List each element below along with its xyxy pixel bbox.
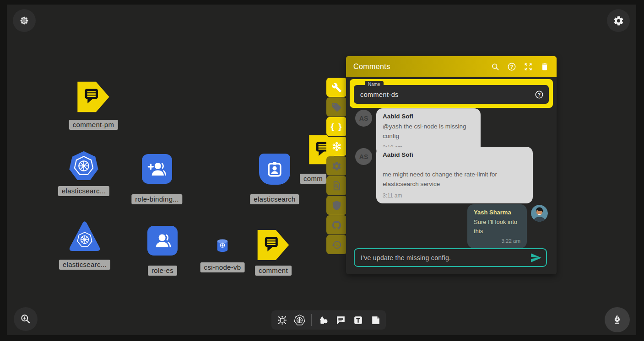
toolbar-item-github[interactable]	[326, 215, 347, 234]
message-text: Sure I'll look into this	[474, 218, 520, 236]
toolbar-item-tag[interactable]	[326, 97, 347, 117]
toolbar-item-settings[interactable]	[326, 156, 347, 176]
rounded-square-node-shape	[142, 154, 172, 184]
avatar	[531, 205, 548, 222]
node-label: elasticsearch	[250, 194, 299, 204]
text-icon	[352, 314, 364, 326]
expand-icon	[524, 62, 533, 71]
panel-title: Comments	[353, 63, 483, 71]
name-help-button[interactable]: ?	[535, 90, 544, 99]
help-button[interactable]: ?	[507, 62, 516, 71]
node-csi-node-vb[interactable]: csi-node-vb	[215, 238, 230, 253]
tag-icon	[331, 102, 342, 112]
toolbar-item-comment[interactable]	[335, 314, 346, 326]
user-photo	[531, 205, 548, 222]
rounded-square-node-shape	[147, 226, 178, 256]
toolbar-item-mesh[interactable]	[326, 137, 347, 156]
shape-toolbar	[271, 310, 386, 330]
comments-panel: Comments ? Name	[346, 56, 557, 274]
pen-nib-icon	[611, 314, 623, 326]
toolbar-item-text[interactable]	[352, 314, 364, 326]
node-comment[interactable]: comment	[257, 229, 289, 261]
github-icon	[331, 220, 342, 230]
node-role-binding[interactable]: role-binding...	[142, 154, 172, 184]
chat-input-group	[354, 248, 547, 267]
settings-button[interactable]	[607, 9, 630, 32]
send-button[interactable]	[530, 252, 542, 264]
svg-text:?: ?	[510, 64, 513, 69]
node-elasticsearch-badge[interactable]: elasticsearch	[259, 154, 290, 185]
toolbar-item-note[interactable]	[370, 314, 381, 326]
message-text: me might need to change the rate-limit f…	[383, 170, 526, 189]
note-icon	[370, 314, 381, 326]
comment-node-shape	[77, 81, 110, 112]
message-author: Aabid Sofi	[383, 151, 526, 158]
comment-message-bubble: Aabid Sofi me might need to change the r…	[376, 147, 533, 203]
history-icon	[331, 240, 342, 250]
gear-icon	[331, 161, 342, 171]
node-elasticsearch-triangle[interactable]: elasticsearc...	[68, 220, 102, 252]
badge-node-shape	[259, 154, 290, 185]
node-comment-pm[interactable]: comment-pm	[77, 81, 110, 112]
name-field[interactable]: Name ?	[354, 85, 549, 104]
node-action-toolbar: { }	[326, 78, 347, 255]
wrench-icon	[331, 82, 342, 93]
node-label: elasticsearc...	[59, 260, 110, 270]
user-plus-icon	[147, 160, 167, 179]
toolbar-item-json[interactable]: { }	[326, 117, 347, 136]
node-label: role-es	[148, 266, 177, 276]
kubernetes-icon	[294, 314, 305, 326]
toolbar-divider	[311, 314, 312, 326]
help-icon: ?	[535, 90, 544, 99]
node-elasticsearch-heptagon[interactable]: elasticsearc...	[69, 151, 99, 181]
node-label: comment	[255, 266, 292, 276]
send-icon	[530, 252, 542, 264]
comment-message: AS	[355, 110, 372, 127]
svg-text:?: ?	[538, 92, 541, 97]
zoom-in-icon	[20, 313, 32, 325]
cylinder-node-shape	[215, 238, 230, 253]
toolbar-item-security[interactable]	[326, 196, 347, 215]
shapes-icon	[318, 314, 329, 326]
triangle-node-shape	[68, 220, 102, 252]
delete-button[interactable]	[540, 62, 549, 71]
avatar: AS	[355, 148, 372, 165]
search-button[interactable]	[491, 62, 500, 71]
app-window: comment-pm elasticsearc... role-binding.…	[0, 0, 644, 341]
comments-panel-header[interactable]: Comments ?	[346, 56, 557, 77]
message-author: Aabid Sofi	[383, 113, 474, 120]
message-time: 3:22 am	[474, 238, 520, 244]
avatar: AS	[355, 110, 372, 127]
toolbar-item-shapes[interactable]	[318, 314, 329, 326]
comment-message	[531, 205, 548, 222]
node-label: comm	[300, 174, 326, 184]
expand-button[interactable]	[524, 62, 533, 71]
message-text: @yash the csi-node is missing config	[383, 122, 474, 141]
comment-message: AS	[355, 148, 372, 165]
comment-node-shape	[257, 229, 289, 261]
search-icon	[491, 62, 500, 71]
message-author: Yash Sharma	[474, 209, 520, 216]
toolbar-item-history[interactable]	[326, 235, 347, 254]
comment-message-bubble: Yash Sharma Sure I'll look into this 3:2…	[467, 204, 527, 248]
toolbar-item-kubernetes[interactable]	[294, 314, 305, 326]
node-role-es[interactable]: role-es	[147, 226, 178, 256]
node-label: comment-pm	[69, 120, 118, 130]
user-icon	[153, 231, 172, 250]
help-icon: ?	[507, 62, 516, 71]
shield-icon	[331, 200, 342, 211]
zoom-button[interactable]	[14, 307, 38, 331]
name-input[interactable]	[354, 85, 549, 104]
heptagon-node-shape	[69, 151, 99, 181]
cluster-button[interactable]	[13, 9, 36, 32]
design-canvas[interactable]: comment-pm elasticsearc... role-binding.…	[7, 5, 636, 335]
mesh-hub-icon	[331, 141, 342, 152]
flower-icon	[19, 15, 30, 26]
toolbar-item-infrastructure[interactable]	[276, 314, 288, 326]
pen-button[interactable]	[605, 307, 630, 332]
toolbar-item-validate[interactable]	[326, 176, 347, 195]
circuit-icon	[276, 314, 288, 326]
toolbar-item-configure[interactable]	[326, 78, 347, 97]
node-label: elasticsearc...	[58, 186, 109, 196]
chat-input[interactable]	[355, 249, 530, 266]
